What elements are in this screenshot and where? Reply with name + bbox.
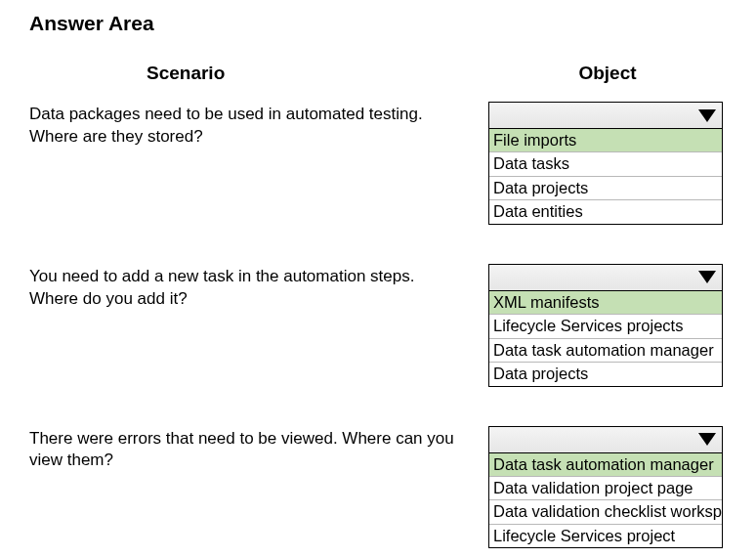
- dropdown-option[interactable]: Data tasks: [489, 152, 722, 176]
- dropdown-list-1: File imports Data tasks Data projects Da…: [488, 129, 723, 225]
- object-column-header: Object: [488, 63, 727, 84]
- dropdown-2: XML manifests Lifecycle Services project…: [488, 264, 723, 387]
- dropdown-option[interactable]: File imports: [489, 129, 722, 152]
- dropdown-option[interactable]: XML manifests: [489, 291, 722, 315]
- question-row-2: You need to add a new task in the automa…: [29, 264, 727, 387]
- dropdown-option[interactable]: Data validation project page: [489, 477, 722, 500]
- column-headers-row: Scenario Object: [29, 63, 727, 102]
- dropdown-option[interactable]: Data task automation manager: [489, 453, 722, 477]
- dropdown-list-3: Data task automation manager Data valida…: [488, 453, 723, 549]
- question-row-1: Data packages need to be used in automat…: [29, 102, 727, 225]
- dropdown-toggle-2[interactable]: [488, 264, 723, 291]
- dropdown-option[interactable]: Lifecycle Services project: [489, 525, 722, 547]
- scenario-text-2: You need to add a new task in the automa…: [29, 264, 488, 311]
- scenario-text-1: Data packages need to be used in automat…: [29, 102, 488, 149]
- dropdown-option[interactable]: Data task automation manager: [489, 339, 722, 363]
- chevron-down-icon: [698, 109, 716, 122]
- dropdown-option[interactable]: Data validation checklist workspace: [489, 500, 722, 524]
- dropdown-toggle-1[interactable]: [488, 102, 723, 129]
- dropdown-1: File imports Data tasks Data projects Da…: [488, 102, 723, 225]
- dropdown-option[interactable]: Data entities: [489, 200, 722, 223]
- dropdown-list-2: XML manifests Lifecycle Services project…: [488, 291, 723, 387]
- dropdown-option[interactable]: Lifecycle Services projects: [489, 315, 722, 338]
- chevron-down-icon: [698, 433, 716, 446]
- chevron-down-icon: [698, 271, 716, 283]
- page-title: Answer Area: [29, 12, 727, 35]
- question-row-3: There were errors that need to be viewed…: [29, 426, 727, 549]
- dropdown-toggle-3[interactable]: [488, 426, 723, 453]
- scenario-column-header: Scenario: [29, 63, 488, 84]
- dropdown-option[interactable]: Data projects: [489, 177, 722, 200]
- scenario-text-3: There were errors that need to be viewed…: [29, 426, 488, 473]
- dropdown-option[interactable]: Data projects: [489, 363, 722, 385]
- dropdown-3: Data task automation manager Data valida…: [488, 426, 723, 549]
